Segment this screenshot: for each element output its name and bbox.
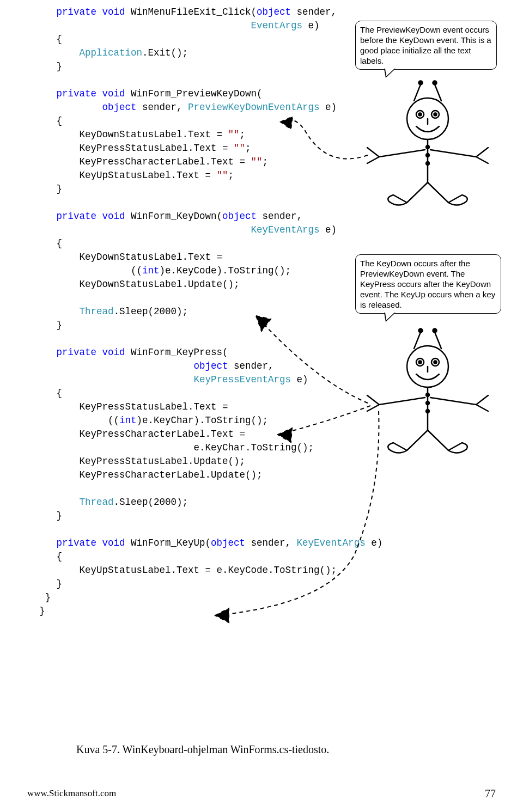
figure-caption: Kuva 5-7. WinKeyboard-ohjelman WinForms.…: [76, 743, 329, 756]
svg-marker-29: [215, 608, 229, 622]
page-number: 77: [485, 787, 496, 800]
page: private void WinMenuFileExit_Click(objec…: [0, 0, 523, 812]
footer-url: www.Stickmansoft.com: [27, 788, 116, 799]
arrow-4: [0, 0, 523, 812]
